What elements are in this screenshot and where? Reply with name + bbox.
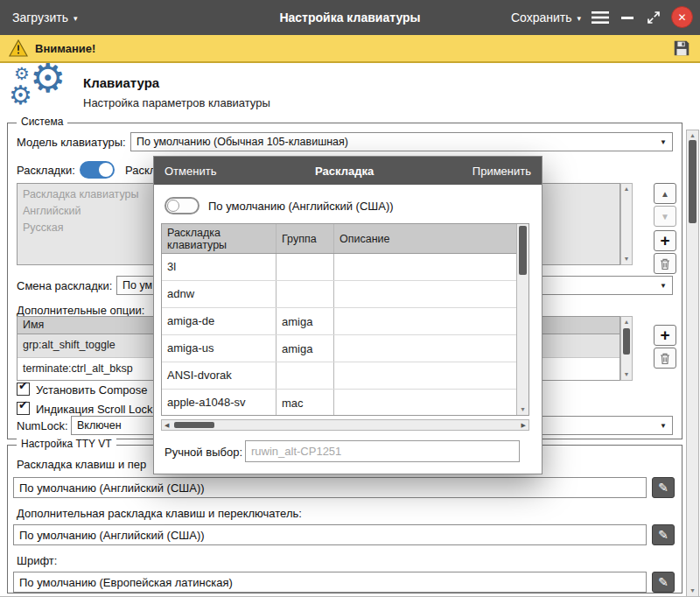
tty-extra-keymap-value: По умолчанию (Английский (США)) <box>19 529 205 542</box>
layouts-toggle[interactable] <box>80 161 115 179</box>
edit-tty-keymap-button[interactable]: ✎ <box>652 477 675 498</box>
minimize-icon[interactable] <box>621 17 634 19</box>
cell-description <box>333 390 516 416</box>
column-header-group[interactable]: Группа <box>276 224 333 253</box>
cell-group <box>276 362 333 389</box>
table-row[interactable]: 3l <box>162 254 516 281</box>
layout-dialog-title: Раскладка <box>315 165 374 178</box>
chevron-down-icon: ▼ <box>660 282 667 290</box>
scrolllock-checkbox[interactable]: ✔ <box>17 402 30 415</box>
tty-section-legend: Настройка TTY VT <box>17 438 116 450</box>
add-layout-button[interactable]: + <box>654 230 676 251</box>
cell-layout: apple-a1048-sv <box>162 390 276 416</box>
tty-keymap-field[interactable]: По умолчанию (Английский (США)) <box>13 477 647 498</box>
arrow-down-icon: ▼ <box>661 212 669 221</box>
chevron-down-icon: ▾ <box>577 12 581 23</box>
arrow-up-icon: ▲ <box>661 189 669 199</box>
pencil-icon: ✎ <box>658 575 668 589</box>
trash-icon <box>659 352 671 365</box>
table-row[interactable]: adnw <box>162 281 516 308</box>
layout-dialog: Отменить Раскладка Применить По умолчани… <box>153 156 542 474</box>
scroll-down-icon[interactable]: ▼ <box>687 586 698 595</box>
layout-table-hscrollbar[interactable]: ◀ ▶ <box>161 419 529 431</box>
default-layout-toggle[interactable] <box>164 197 200 214</box>
toggle-knob <box>99 163 113 177</box>
options-table-scrollbar[interactable]: ▲ ▼ <box>620 316 633 381</box>
table-row[interactable]: apple-a1048-sv mac <box>162 390 516 416</box>
scrollbar-thumb[interactable] <box>519 226 527 275</box>
scrolllock-checkbox-label[interactable]: Индикация Scroll Lock <box>36 403 153 416</box>
layout-table-header-row: Раскладка клавиатуры Группа Описание <box>162 224 516 254</box>
chevron-down-icon: ▼ <box>660 422 667 430</box>
keyboard-model-label: Модель клавиатуры: <box>17 136 126 149</box>
scroll-right-icon[interactable]: ▶ <box>522 422 526 429</box>
compose-checkbox-label[interactable]: Установить Compose <box>36 383 147 397</box>
delete-layout-button[interactable] <box>654 253 676 274</box>
window-title: Настройка клавиатуры <box>175 11 525 25</box>
gear-icon: ⚙ <box>9 82 32 109</box>
scroll-left-icon[interactable]: ◀ <box>164 422 169 429</box>
load-menu-label: Загрузить <box>12 11 68 25</box>
check-icon: ✔ <box>18 398 28 411</box>
scroll-up-icon[interactable]: ▲ <box>687 131 698 140</box>
add-option-button[interactable]: + <box>654 325 676 346</box>
cell-group <box>276 281 333 307</box>
move-layout-down-button[interactable]: ▼ <box>654 206 676 227</box>
main-scrollbar[interactable]: ▲ ▼ <box>686 130 699 597</box>
tty-font-field[interactable]: По умолчанию (Европейская латинская) <box>13 572 647 593</box>
layout-dialog-header: Отменить Раскладка Применить <box>154 157 542 185</box>
cell-layout: adnw <box>162 281 276 307</box>
compose-checkbox[interactable]: ✔ <box>17 383 30 396</box>
edit-tty-font-button[interactable]: ✎ <box>652 572 675 593</box>
expand-icon[interactable] <box>646 10 662 25</box>
delete-option-button[interactable] <box>654 348 676 369</box>
cell-group <box>276 254 333 280</box>
default-layout-toggle-label: По умолчанию (Английский (США)) <box>208 200 394 213</box>
hscrollbar-thumb[interactable] <box>174 422 214 428</box>
table-row[interactable]: amiga-de amiga <box>162 308 516 335</box>
apply-button[interactable]: Применить <box>472 165 531 178</box>
load-menu-button[interactable]: Загрузить ▾ <box>12 0 77 35</box>
tty-extra-keymap-field[interactable]: По умолчанию (Английский (США)) <box>13 524 647 545</box>
gear-icon: ⚙ <box>14 65 30 82</box>
warning-text: Внимание! <box>35 42 95 55</box>
scroll-down-icon[interactable]: ▼ <box>621 370 632 379</box>
cell-group: amiga <box>276 335 333 362</box>
layout-table-scrollbar[interactable]: ▼ <box>516 224 528 415</box>
keyboard-model-value: По умолчанию (Обычная 105-клавишная) <box>136 136 348 148</box>
column-header-description[interactable]: Описание <box>333 224 516 253</box>
manual-select-label: Ручной выбор: <box>164 446 242 459</box>
edit-tty-extra-keymap-button[interactable]: ✎ <box>652 524 675 545</box>
tty-font-value: По умолчанию (Европейская латинская) <box>19 576 233 589</box>
scroll-down-icon[interactable]: ▼ <box>517 405 528 414</box>
main-scrollbar-thumb[interactable] <box>689 140 696 223</box>
keyboard-settings-window: Загрузить ▾ Настройка клавиатуры Сохрани… <box>0 0 700 597</box>
system-section-legend: Система <box>17 116 67 128</box>
layout-list-scrollbar[interactable]: ▲ ▼ <box>620 183 633 265</box>
move-layout-up-button[interactable]: ▲ <box>654 183 676 204</box>
cancel-button[interactable]: Отменить <box>164 165 216 178</box>
keyboard-model-select[interactable]: По умолчанию (Обычная 105-клавишная) ▼ <box>130 132 673 151</box>
scroll-down-icon[interactable]: ▼ <box>621 255 632 263</box>
hamburger-menu-icon[interactable] <box>592 11 609 25</box>
scroll-up-icon[interactable]: ▲ <box>621 318 632 327</box>
scroll-up-icon[interactable]: ▲ <box>621 185 632 193</box>
table-row[interactable]: amiga-us amiga <box>162 335 516 362</box>
layout-table: Раскладка клавиатуры Группа Описание 3l … <box>161 223 529 416</box>
cell-description <box>333 362 516 389</box>
warning-icon <box>9 39 28 57</box>
save-file-icon[interactable] <box>672 39 691 58</box>
plus-icon: + <box>660 231 669 250</box>
table-row[interactable]: ANSI-dvorak <box>162 362 516 390</box>
column-header-layout[interactable]: Раскладка клавиатуры <box>162 224 276 253</box>
cell-layout: amiga-de <box>162 308 276 334</box>
numlock-value: Включен <box>77 419 122 432</box>
save-menu-button[interactable]: Сохранить ▾ <box>511 0 581 35</box>
scrollbar-thumb[interactable] <box>623 328 630 355</box>
close-button[interactable]: ✕ <box>671 6 693 28</box>
titlebar: Загрузить ▾ Настройка клавиатуры Сохрани… <box>0 0 700 35</box>
layout-switch-value: По ум <box>122 279 152 291</box>
gear-icon: ⚙ <box>30 58 66 98</box>
cell-layout: 3l <box>162 254 276 280</box>
manual-select-input[interactable] <box>245 440 520 462</box>
